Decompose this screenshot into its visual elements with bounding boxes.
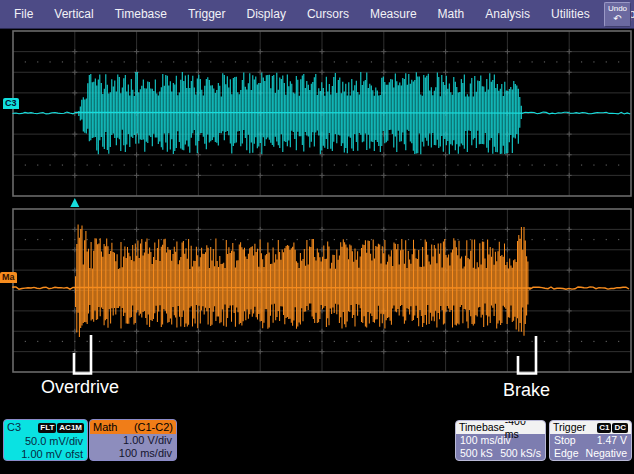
menu-trigger[interactable]: Trigger	[188, 7, 226, 21]
trigger-type: Edge	[554, 447, 579, 460]
trigger-mode: Stop	[554, 434, 576, 447]
timebase-samples: 500 kS	[460, 447, 493, 460]
math-title: Math	[93, 420, 117, 434]
c3-coupling-badge: AC1M	[57, 423, 84, 433]
math-scale: 1.00 V/div	[123, 434, 172, 447]
menu-measure[interactable]: Measure	[370, 7, 417, 21]
trigger-title: Trigger	[553, 421, 586, 434]
timebase-rate: 500 kS/s	[500, 447, 541, 460]
menu-vertical[interactable]: Vertical	[54, 7, 93, 21]
trigger-position-marker[interactable]	[70, 198, 79, 207]
waveform-display[interactable]	[0, 0, 634, 474]
menu-timebase[interactable]: Timebase	[115, 7, 167, 21]
undo-icon: ↶	[605, 14, 630, 23]
trigger-slope: Negative	[586, 447, 627, 460]
menu-display[interactable]: Display	[247, 7, 286, 21]
math-timebase: 100 ms/div	[119, 447, 172, 460]
timebase-title: Timebase	[459, 421, 505, 434]
c3-descriptor-box[interactable]: C3 FLT AC1M 50.0 mV/div 1.00 mV ofst	[3, 419, 88, 461]
menu-utilities[interactable]: Utilities	[551, 7, 590, 21]
menu-analysis[interactable]: Analysis	[485, 7, 530, 21]
overdrive-annotation: Overdrive	[41, 377, 119, 398]
math-descriptor-box[interactable]: Math (C1-C2) 1.00 V/div 100 ms/div	[89, 419, 177, 461]
trigger-level: 1.47 V	[597, 434, 627, 447]
menu-bar: File Vertical Timebase Trigger Display C…	[0, 0, 634, 29]
menu-file[interactable]: File	[14, 7, 33, 21]
c3-filter-badge: FLT	[38, 423, 56, 433]
c3-scale: 50.0 mV/div	[25, 435, 83, 448]
c3-title: C3	[7, 420, 21, 435]
brake-annotation: Brake	[503, 380, 550, 401]
timebase-scale: 100 ms/div	[460, 434, 511, 447]
oscilloscope-screen: C3 Ma Overdrive Brake File Vertical Time…	[0, 0, 634, 474]
menu-cursors[interactable]: Cursors	[307, 7, 349, 21]
trigger-source-badge: C1	[597, 423, 611, 433]
menu-math[interactable]: Math	[438, 7, 465, 21]
math-trace-tab[interactable]: Ma	[0, 272, 17, 283]
timebase-box[interactable]: Timebase -400 ms 100 ms/div 500 kS 500 k…	[455, 420, 546, 461]
undo-button[interactable]: Undo ↶	[604, 2, 631, 27]
trigger-box[interactable]: Trigger C1 DC Stop 1.47 V Edge Negative	[549, 420, 632, 461]
c3-trace-tab[interactable]: C3	[3, 98, 19, 109]
c3-offset: 1.00 mV ofst	[21, 448, 83, 461]
trigger-coupling-badge: DC	[612, 423, 628, 433]
math-source: (C1-C2)	[134, 420, 173, 434]
